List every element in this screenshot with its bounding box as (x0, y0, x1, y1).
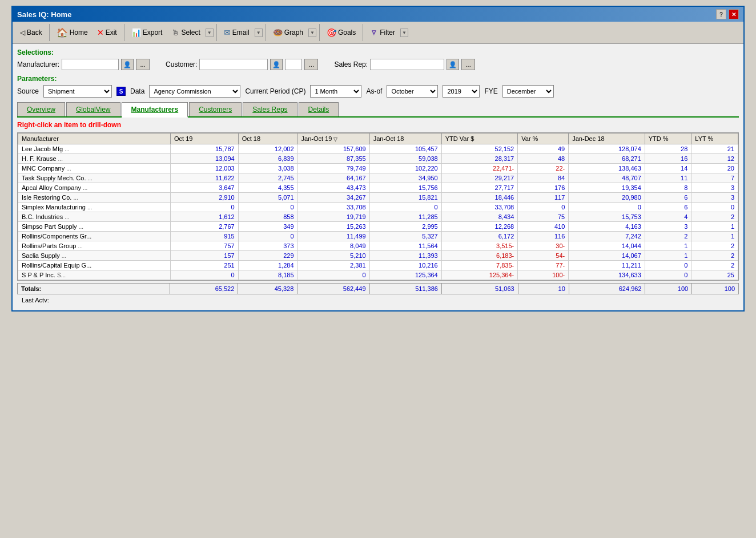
cell-ytd-pct: 6 (645, 203, 691, 212)
sales-rep-search-button[interactable]: 👤 (447, 59, 459, 70)
table-row[interactable]: Isle Restoring Co. ... 2,910 5,071 34,26… (18, 193, 738, 203)
col-header-jan-oct18[interactable]: Jan-Oct 18 (369, 134, 441, 144)
table-body: Lee Jacob Mfg ... 15,787 12,002 157,609 … (18, 144, 738, 280)
customer-field-group: Customer: 👤 ... (166, 59, 318, 70)
cell-oct18: 0 (238, 232, 297, 241)
table-row[interactable]: Rollins/Capital Equip G... 251 1,284 2,3… (18, 261, 738, 270)
asof-year-select[interactable]: 2019 (443, 85, 480, 98)
col-header-lyt-pct[interactable]: LYT % (691, 134, 738, 144)
email-button[interactable]: ✉ Email (220, 26, 254, 39)
totals-jan-oct19: 562,449 (297, 284, 369, 294)
cell-oct18: 12,002 (238, 144, 297, 154)
cell-manufacturer: Rollins/Components Gr... (18, 232, 171, 241)
col-header-jan-dec18[interactable]: Jan-Dec 18 (569, 134, 645, 144)
tab-overview[interactable]: Overview (17, 102, 65, 116)
col-header-jan-oct19[interactable]: Jan-Oct 19 ▽ (297, 134, 369, 144)
table-row[interactable]: Saclia Supply ... 157 229 5,210 11,393 6… (18, 251, 738, 261)
totals-lyt-pct: 100 (692, 284, 739, 294)
table-row[interactable]: Lee Jacob Mfg ... 15,787 12,002 157,609 … (18, 144, 738, 154)
sort-arrow-jan-oct19: ▽ (333, 136, 337, 142)
col-header-ytd-pct[interactable]: YTD % (645, 134, 691, 144)
cell-ytd-pct: 4 (645, 212, 691, 222)
table-row[interactable]: MNC Company ... 12,003 3,038 79,749 102,… (18, 164, 738, 173)
manufacturer-input[interactable] (62, 59, 119, 70)
totals-jan-dec18: 624,962 (569, 284, 645, 294)
table-row[interactable]: S P & P Inc. S... 0 8,185 0 125,364 125,… (18, 270, 738, 280)
select-button[interactable]: 🖱 Select (167, 26, 204, 39)
cell-oct18: 8,185 (238, 270, 297, 280)
source-select[interactable]: Shipment (43, 85, 112, 98)
totals-var-pct: 10 (518, 284, 569, 294)
goals-button[interactable]: 🎯 Goals (323, 26, 360, 39)
col-header-oct18[interactable]: Oct 18 (238, 134, 297, 144)
select-icon: 🖱 (171, 28, 179, 37)
help-button[interactable]: ? (716, 9, 726, 19)
customer-search-button[interactable]: 👤 (270, 59, 283, 70)
cell-jan-oct19: 33,708 (297, 203, 369, 212)
select-dropdown-arrow[interactable]: ▼ (206, 29, 214, 37)
toolbar-separator-2 (124, 24, 124, 41)
tab-sales-reps[interactable]: Sales Reps (243, 102, 297, 116)
cell-ytd-pct: 3 (645, 222, 691, 232)
table-row[interactable]: B.C. Industries ... 1,612 858 19,719 11,… (18, 212, 738, 222)
cell-ytd-var: 3,515- (441, 241, 518, 251)
col-header-var-pct[interactable]: Var % (518, 134, 569, 144)
tab-manufacturers[interactable]: Manufacturers (122, 102, 188, 118)
totals-jan-oct18: 511,386 (369, 284, 441, 294)
col-header-oct19[interactable]: Oct 19 (171, 134, 239, 144)
table-row[interactable]: Task Supply Mech. Co. ... 11,622 2,745 6… (18, 173, 738, 183)
filter-button[interactable]: ⛛ Filter (366, 26, 399, 39)
fye-select[interactable]: December (502, 85, 554, 98)
cell-jan-oct19: 8,049 (297, 241, 369, 251)
sales-rep-dots-button[interactable]: ... (461, 59, 475, 70)
cell-manufacturer: B.C. Industries ... (18, 212, 171, 222)
home-button[interactable]: 🏠 Home (53, 25, 92, 41)
totals-ytd-var: 51,063 (441, 284, 518, 294)
export-button[interactable]: 📊 Export (127, 26, 167, 39)
col-header-ytd-var[interactable]: YTD Var $ (441, 134, 518, 144)
customer-search-icon: 👤 (272, 61, 280, 68)
cell-oct19: 157 (171, 251, 239, 261)
cell-manufacturer: Isle Restoring Co. ... (18, 193, 171, 203)
customer-input[interactable] (199, 59, 268, 70)
tab-customers[interactable]: Customers (189, 102, 242, 116)
table-row[interactable]: Simpso Part Supply ... 2,767 349 15,263 … (18, 222, 738, 232)
table-row[interactable]: Apcal Alloy Company ... 3,647 4,355 43,4… (18, 183, 738, 193)
data-select[interactable]: Agency Commission (149, 85, 240, 98)
customer-dots-button[interactable]: ... (304, 59, 318, 70)
tab-details[interactable]: Details (299, 102, 339, 116)
customer-secondary-input[interactable] (285, 59, 302, 70)
data-label: Data (130, 87, 144, 95)
totals-label: Totals: (18, 284, 170, 294)
table-row[interactable]: Rollins/Parts Group ... 757 373 8,049 11… (18, 241, 738, 251)
cell-ytd-pct: 16 (645, 154, 691, 164)
cell-jan-oct18: 59,038 (369, 154, 441, 164)
cell-ytd-var: 27,717 (441, 183, 518, 193)
nav-back-button[interactable]: ◁ Back (16, 26, 46, 39)
cell-manufacturer: Rollins/Capital Equip G... (18, 261, 171, 270)
cell-var-pct: 77- (518, 261, 569, 270)
graph-dropdown-arrow[interactable]: ▼ (308, 29, 316, 37)
cell-lyt-pct: 21 (691, 144, 738, 154)
totals-oct19: 65,522 (170, 284, 238, 294)
cell-ytd-pct: 1 (645, 241, 691, 251)
manufacturer-dots-button[interactable]: ... (136, 59, 150, 70)
tab-globalview[interactable]: GlobalView (66, 102, 120, 116)
close-button[interactable]: ✕ (729, 9, 739, 19)
period-select[interactable]: 1 Month (310, 85, 361, 98)
cell-jan-dec18: 19,354 (569, 183, 645, 193)
asof-month-select[interactable]: October (387, 85, 438, 98)
filter-dropdown-arrow[interactable]: ▼ (400, 29, 408, 37)
graph-button[interactable]: 🍩 Graph (269, 26, 307, 39)
selections-section: Selections: Manufacturer: 👤 ... Customer… (17, 48, 739, 70)
email-dropdown-arrow[interactable]: ▼ (255, 29, 263, 37)
cell-ytd-pct: 6 (645, 193, 691, 203)
table-row[interactable]: H. F. Krause ... 13,094 6,839 87,355 59,… (18, 154, 738, 164)
cell-ytd-pct: 28 (645, 144, 691, 154)
manufacturer-search-button[interactable]: 👤 (121, 59, 134, 70)
table-row[interactable]: Simplex Manufacturing ... 0 0 33,708 0 3… (18, 203, 738, 212)
cell-ytd-var: 12,268 (441, 222, 518, 232)
table-row[interactable]: Rollins/Components Gr... 915 0 11,499 5,… (18, 232, 738, 241)
sales-rep-input[interactable] (370, 59, 444, 70)
exit-button[interactable]: ✕ Exit (93, 26, 121, 39)
